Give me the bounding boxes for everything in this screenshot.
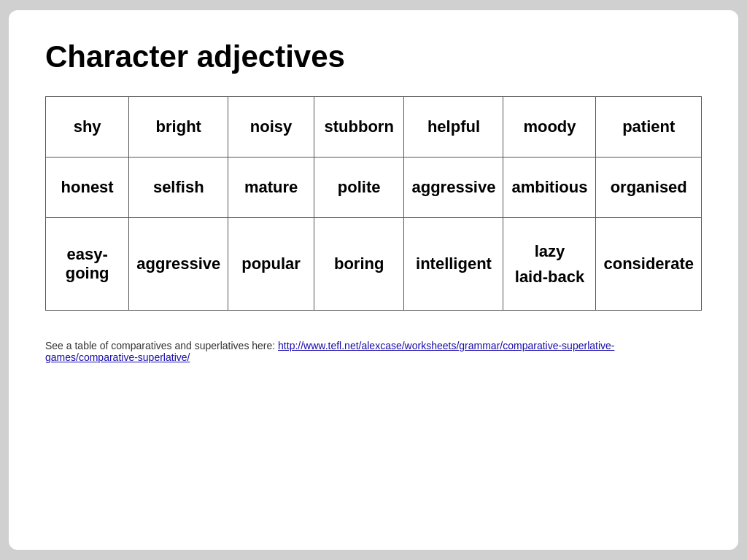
- table-cell: ambitious: [503, 158, 596, 218]
- adjectives-table: shybrightnoisystubbornhelpfulmoodypatien…: [45, 96, 702, 311]
- table-cell: patient: [596, 97, 702, 158]
- table-cell: intelligent: [404, 218, 503, 311]
- table-cell: mature: [228, 158, 314, 218]
- table-cell: helpful: [404, 97, 503, 158]
- table-cell: selfish: [129, 158, 228, 218]
- table-cell: moody: [503, 97, 596, 158]
- footer-text: See a table of comparatives and superlat…: [45, 340, 702, 363]
- table-cell: popular: [228, 218, 314, 311]
- table-cell: noisy: [228, 97, 314, 158]
- table-cell: stubborn: [314, 97, 404, 158]
- table-cell: polite: [314, 158, 404, 218]
- table-cell: aggressive: [129, 218, 228, 311]
- table-cell: considerate: [596, 218, 702, 311]
- table-cell: shy: [46, 97, 129, 158]
- footer-prefix: See a table of comparatives and superlat…: [45, 340, 278, 351]
- page-title: Character adjectives: [45, 39, 702, 74]
- table-cell: aggressive: [404, 158, 503, 218]
- table-cell: honest: [46, 158, 129, 218]
- table-cell: easy-going: [46, 218, 129, 311]
- table-cell: boring: [314, 218, 404, 311]
- table-cell: lazylaid-back: [503, 218, 596, 311]
- table-cell: bright: [129, 97, 228, 158]
- table-cell: organised: [596, 158, 702, 218]
- slide-container: Character adjectives shybrightnoisystubb…: [9, 10, 738, 550]
